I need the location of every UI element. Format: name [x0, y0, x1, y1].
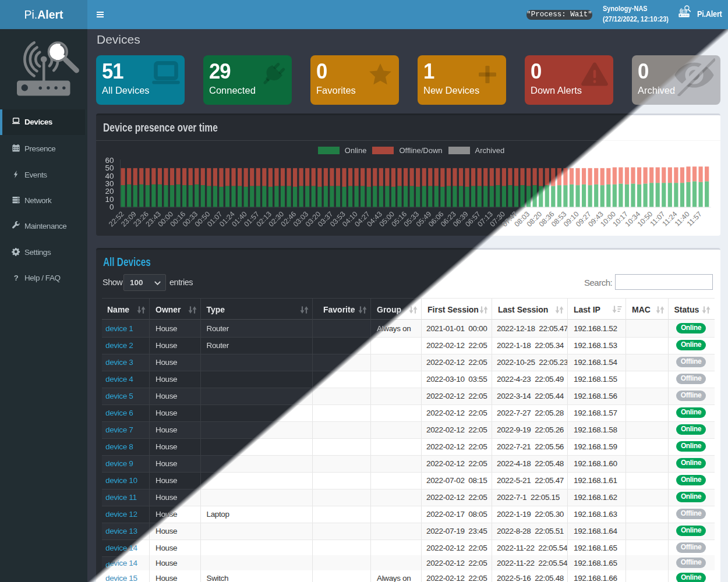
- svg-text:11:57: 11:57: [685, 210, 704, 228]
- svg-text:0: 0: [109, 203, 114, 211]
